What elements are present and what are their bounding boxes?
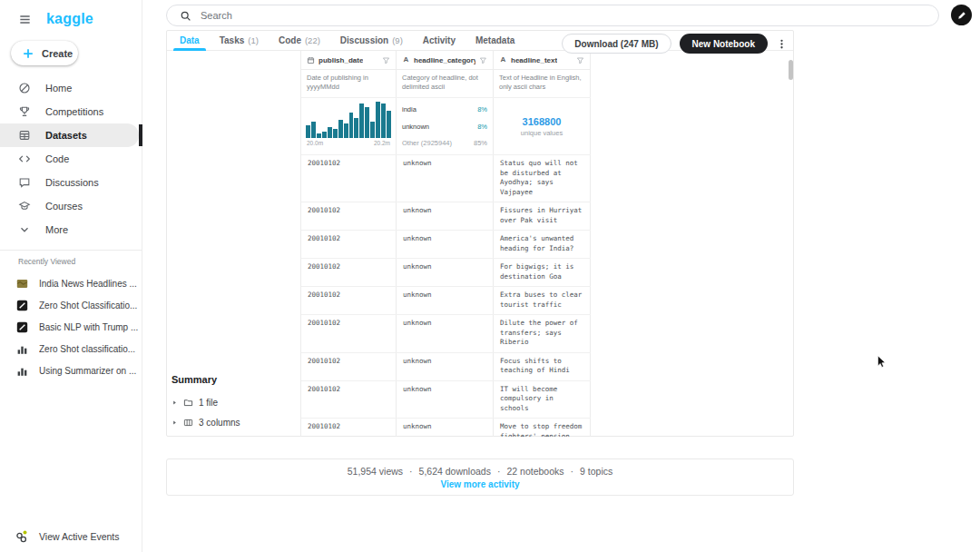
competitions-icon xyxy=(18,105,31,118)
discussions-icon xyxy=(18,176,31,189)
sidebar-nav: Home Competitions Datasets Code Discussi… xyxy=(0,76,142,242)
notebook-thumb-icon xyxy=(16,300,28,311)
search-bar[interactable] xyxy=(166,5,939,26)
dataset-actions: Download (247 MB) New Notebook xyxy=(562,34,788,54)
cell-headline-category: unknown xyxy=(397,381,494,419)
filter-icon[interactable] xyxy=(576,56,584,64)
category-row: Other (2925944) 85% xyxy=(402,139,487,147)
sidebar-header: kaggle xyxy=(0,0,142,27)
unique-values-summary: 3168800 unique values xyxy=(494,98,591,154)
tab-metadata[interactable]: Metadata xyxy=(466,31,524,50)
cell-publish-date: 20010102 xyxy=(301,259,397,286)
pen-icon xyxy=(956,10,967,21)
publish-date-histogram: 20.0m 20.2m xyxy=(301,98,397,154)
sidebar-item-code[interactable]: Code xyxy=(0,147,142,171)
tab-discussion[interactable]: Discussion (9) xyxy=(330,31,413,50)
table-row: 20010102 unknown Focus shifts to teachin… xyxy=(301,353,591,381)
new-notebook-button[interactable]: New Notebook xyxy=(680,34,768,54)
table-row: 20010102 unknown Status quo will not be … xyxy=(301,155,591,202)
cell-headline-category: unknown xyxy=(397,419,494,437)
filter-icon[interactable] xyxy=(479,56,487,64)
datasets-icon xyxy=(18,129,31,142)
chart-thumb-icon xyxy=(16,343,28,355)
cell-publish-date: 20010102 xyxy=(301,315,397,352)
caret-right-icon[interactable] xyxy=(172,419,178,426)
unique-values-count: 3168800 xyxy=(523,116,562,127)
recent-item[interactable]: Zero Shot Classificatio... xyxy=(0,294,142,316)
tab-activity[interactable]: Activity xyxy=(413,31,466,50)
sidebar-item-discussions[interactable]: Discussions xyxy=(0,171,142,194)
sidebar-item-datasets[interactable]: Datasets xyxy=(0,123,139,147)
unique-values-caption: unique values xyxy=(521,129,563,137)
histogram-bar xyxy=(333,129,338,138)
search-input[interactable] xyxy=(201,10,926,21)
cell-headline-category: unknown xyxy=(397,231,494,258)
kebab-menu-icon[interactable] xyxy=(776,37,788,51)
scrollbar-thumb[interactable] xyxy=(789,60,793,80)
table-row: 20010102 unknown For bigwigs; it is dest… xyxy=(301,259,591,287)
activity-footer: 51,954 views5,624 downloads22 notebooks9… xyxy=(166,458,794,496)
sidebar-item-courses[interactable]: Courses xyxy=(0,194,142,218)
table-row: 20010102 unknown America's unwanted head… xyxy=(301,231,591,259)
tab-tasks[interactable]: Tasks (1) xyxy=(210,31,269,50)
table-row: 20010102 unknown IT will become compulso… xyxy=(301,381,591,419)
stat: 5,624 downloads xyxy=(403,466,491,477)
recent-item[interactable]: Using Summarizer on ... xyxy=(0,360,142,381)
sidebar-item-more[interactable]: More xyxy=(0,218,142,242)
calendar-icon xyxy=(307,56,315,64)
letter-a-icon: A xyxy=(402,56,410,64)
data-table: publish_date A headline_category A headl… xyxy=(301,51,591,437)
plus-icon xyxy=(22,47,34,60)
column-description: Category of headline, dot delimited asci… xyxy=(397,70,494,97)
stats-line: 51,954 views5,624 downloads22 notebooks9… xyxy=(348,466,612,477)
kaggle-logo[interactable]: kaggle xyxy=(46,11,93,27)
cell-headline-text: Dilute the power of transfers; says Ribe… xyxy=(494,315,591,352)
create-button[interactable]: Create xyxy=(11,41,78,65)
sidebar-item-competitions[interactable]: Competitions xyxy=(0,100,142,123)
summary-item-columns[interactable]: 3 columns xyxy=(172,412,299,432)
cell-publish-date: 20010102 xyxy=(301,202,397,230)
mouse-cursor xyxy=(877,355,887,370)
cell-headline-text: Status quo will not be disturbed at Ayod… xyxy=(494,155,591,202)
histogram-bar xyxy=(381,104,386,138)
view-more-activity-link[interactable]: View more activity xyxy=(440,479,519,489)
histogram-bar xyxy=(344,123,348,138)
histogram-bar xyxy=(370,122,375,138)
filter-icon[interactable] xyxy=(382,56,390,64)
cell-headline-text: For bigwigs; it is destination Goa xyxy=(494,259,591,286)
caret-right-icon[interactable] xyxy=(172,399,178,406)
column-header-headline-category[interactable]: A headline_category xyxy=(397,51,494,69)
menu-icon[interactable] xyxy=(18,13,32,26)
cell-headline-category: unknown xyxy=(397,202,494,230)
table-row: 20010102 unknown Fissures in Hurriyat ov… xyxy=(301,202,591,231)
chart-thumb-icon xyxy=(16,365,28,377)
recently-viewed-list: India News Headlines ... Zero Shot Class… xyxy=(0,272,142,381)
table-row: 20010102 unknown Move to stop freedom fi… xyxy=(301,419,591,437)
stat: 51,954 views xyxy=(348,466,403,477)
folder-icon xyxy=(183,398,193,408)
histogram-bar xyxy=(387,111,391,138)
cell-headline-category: unknown xyxy=(397,155,494,202)
cell-headline-text: IT will become compulsory in schools xyxy=(494,381,591,419)
column-header-publish-date[interactable]: publish_date xyxy=(301,51,397,69)
recent-item[interactable]: Basic NLP with Trump ... xyxy=(0,316,142,338)
histogram-chart xyxy=(306,102,391,138)
column-header-headline-text[interactable]: A headline_text xyxy=(494,51,591,69)
tab-data[interactable]: Data xyxy=(170,31,210,50)
table-description-row: Date of publishing in yyyyMMdd Category … xyxy=(301,70,591,98)
download-button[interactable]: Download (247 MB) xyxy=(562,34,671,54)
recent-item[interactable]: India News Headlines ... xyxy=(0,272,142,294)
avatar[interactable] xyxy=(951,5,972,25)
stat: 9 topics xyxy=(564,466,613,477)
cell-publish-date: 20010102 xyxy=(301,353,397,380)
sidebar-item-home[interactable]: Home xyxy=(0,76,142,100)
summary-item-files[interactable]: 1 file xyxy=(172,392,299,412)
histogram-bar xyxy=(349,113,354,138)
tab-code[interactable]: Code (22) xyxy=(269,31,330,50)
courses-icon xyxy=(18,200,31,212)
table-row: 20010102 unknown Dilute the power of tra… xyxy=(301,315,591,353)
cell-publish-date: 20010102 xyxy=(301,381,397,419)
code-icon xyxy=(18,153,31,165)
view-active-events-button[interactable]: View Active Events xyxy=(15,529,120,544)
recent-item[interactable]: Zero Shot classificatio... xyxy=(0,338,142,360)
